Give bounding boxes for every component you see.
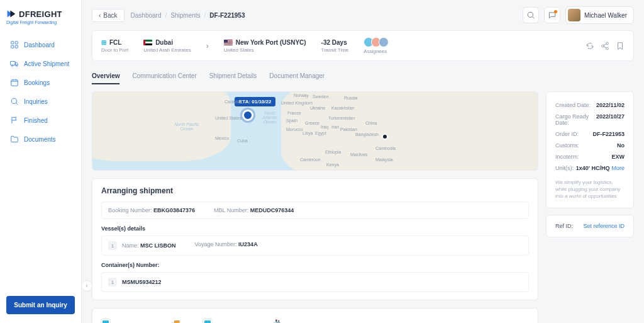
destination-pin-icon [242,110,253,121]
logo-icon [6,9,16,19]
destination-sub: United States [224,47,306,53]
truck-icon [10,59,19,68]
route-card: ⊞FCLDoor to Port DubaiUnited Arab Emirat… [92,30,634,61]
sidebar-item-documents[interactable]: Documents [6,130,75,148]
map-label: Ethiopia [325,150,341,154]
svg-rect-0 [11,42,14,44]
ref-card: Ref ID: Set reference ID [546,215,634,237]
index-badge: 1 [108,241,117,250]
crumb-current: DF-F221953 [209,12,245,19]
svg-point-11 [602,45,604,47]
map-label: Maldives [350,152,368,157]
svg-rect-7 [11,80,18,86]
assignees[interactable] [364,37,389,47]
booking-key: Booking Number: [108,207,152,213]
avatar [568,9,580,21]
tab-communication[interactable]: Communication Center [132,69,196,84]
mbl-val: MEDUDC976344 [250,207,294,213]
share-icon[interactable] [601,42,609,50]
svg-point-8 [11,98,16,103]
svg-rect-1 [15,42,18,44]
logo[interactable]: DFREIGHT [6,9,75,19]
map-label: Libya [303,131,313,135]
map-label: Iraq [321,125,328,129]
map-label: Spain [286,118,297,123]
back-button[interactable]: ‹Back [92,9,125,22]
map-label: Ukraine [310,106,325,110]
sidebar-item-bookings[interactable]: Bookings [6,74,75,91]
info-val: EXW [611,154,625,160]
breadcrumb: Dashboard/ Shipments/ DF-F221953 [131,12,245,19]
assignees-label: Assignees [364,48,389,54]
map-label: France [287,111,301,115]
svg-point-10 [606,42,609,45]
topbar: ‹Back Dashboard/ Shipments/ DF-F221953 M… [82,0,644,30]
content: ⊞FCLDoor to Port DubaiUnited Arab Emirat… [82,30,644,323]
tab-overview[interactable]: Overview [92,69,119,84]
map-label: Sweden [313,94,328,99]
more-link[interactable]: More [611,165,625,171]
eta-badge: ETA: 01/10/22 [235,97,275,106]
info-key: Order ID: [555,131,579,137]
crumb-dashboard[interactable]: Dashboard [131,12,162,19]
map-label: Morocco [286,127,303,132]
sidebar-item-finished[interactable]: Finished [6,111,75,129]
sidebar: DFREIGHT Digital Freight Forwarding Dash… [0,0,82,323]
back-label: Back [103,12,117,19]
bookmark-icon[interactable] [616,42,625,50]
map-label: North Atlantic Ocean [257,111,282,124]
logo-text: DFREIGHT [19,9,62,19]
info-val: 2022/10/27 [596,113,625,126]
info-key: Unit(s): [555,165,574,171]
chat-button[interactable] [544,7,560,23]
map-label: Malaysia [375,157,393,162]
sidebar-item-label: Documents [24,136,56,143]
sidebar-item-label: Finished [24,117,48,124]
info-key: Customs: [555,142,579,149]
container-heading: Container(s) Number: [101,262,529,268]
tab-details[interactable]: Shipment Details [209,69,257,84]
tab-documents[interactable]: Document Manager [269,69,325,84]
search-icon [10,97,19,106]
transit-sub: Transit Time [321,47,349,53]
container-icon: ⊞ [101,39,106,46]
search-button[interactable] [523,7,539,23]
search-icon [526,11,535,20]
sidebar-item-label: Bookings [24,79,50,86]
map-label: Kenya [326,162,339,167]
chevron-right-icon: › [206,42,209,50]
index-badge: 1 [108,278,117,286]
set-ref-link[interactable]: Set reference ID [583,223,625,229]
info-val: 1x40' HC/HQ [576,165,610,171]
map-label: Greece [305,121,319,125]
route-map[interactable]: ETA: 01/10/22 Canada United States Mexic… [92,91,538,171]
refresh-icon[interactable] [586,42,594,50]
flag-us-icon [224,40,233,45]
info-key: Incoterm: [555,154,579,160]
map-label: Pakistan [340,127,357,132]
mbl-key: MBL Number: [214,207,248,213]
voy-val: IU234A [238,241,258,247]
notification-dot [554,10,557,13]
map-label: Cameroon [300,157,321,162]
arranging-card: Arranging shipment Booking Number: EBKG0… [92,178,538,300]
sidebar-item-inquiries[interactable]: Inquiries [6,93,75,110]
nav: Dashboard Active Shipment Bookings Inqui… [6,36,75,148]
svg-rect-3 [15,45,18,48]
sidebar-item-label: Dashboard [24,42,55,48]
info-val: 2022/11/02 [596,102,625,108]
sidebar-item-active[interactable]: Active Shipment [6,55,75,72]
user-menu[interactable]: Michael Walker [565,6,634,24]
svg-point-6 [16,65,17,66]
vname-val: MSC LISBON [140,242,176,249]
submit-inquiry-button[interactable]: Submit an Inquiry [6,296,75,314]
destination: New York Port (USNYC) [236,39,306,46]
sidebar-item-dashboard[interactable]: Dashboard [6,36,75,54]
map-label: Egypt [315,131,326,135]
info-val: DF-F221953 [592,131,625,137]
info-key: Cargo Ready Date: [555,113,596,126]
sidebar-item-label: Inquiries [24,98,48,105]
folder-icon [10,135,19,144]
booking-val: EBKG03847376 [153,207,195,213]
crumb-shipments[interactable]: Shipments [170,12,200,19]
